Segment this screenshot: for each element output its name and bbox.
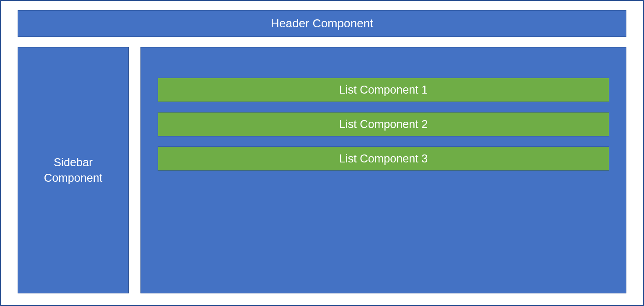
layout-container: Header Component Sidebar Component List …	[0, 0, 644, 306]
list-item-label: List Component 3	[339, 152, 428, 165]
list-component-2: List Component 2	[158, 112, 609, 136]
list-component-3: List Component 3	[158, 146, 609, 171]
sidebar-component: Sidebar Component	[18, 47, 129, 293]
list-item-label: List Component 1	[339, 84, 428, 97]
list-item-label: List Component 2	[339, 118, 428, 131]
list-component-1: List Component 1	[158, 78, 609, 102]
header-wrap: Header Component	[1, 1, 643, 42]
header-label: Header Component	[271, 17, 373, 30]
main-component: List Component 1 List Component 2 List C…	[140, 47, 626, 293]
body-wrap: Sidebar Component List Component 1 List …	[1, 42, 643, 305]
header-component: Header Component	[18, 10, 626, 37]
sidebar-label: Sidebar Component	[44, 155, 103, 186]
